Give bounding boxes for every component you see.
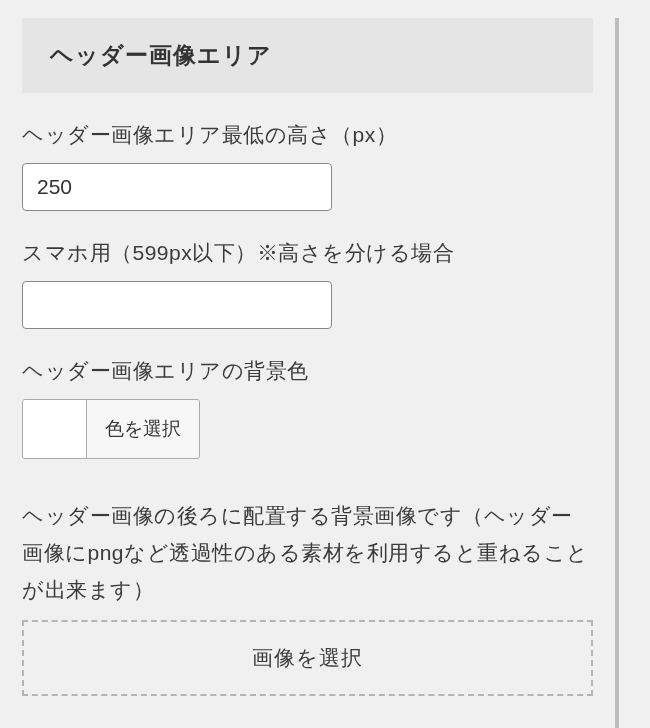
mobile-height-label: スマホ用（599px以下）※高さを分ける場合 xyxy=(22,239,593,267)
color-picker[interactable]: 色を選択 xyxy=(22,399,200,459)
image-select-button[interactable]: 画像を選択 xyxy=(22,620,593,696)
color-swatch[interactable] xyxy=(23,400,87,458)
section-content: ヘッダー画像エリア最低の高さ（px） スマホ用（599px以下）※高さを分ける場… xyxy=(0,93,615,696)
min-height-input[interactable] xyxy=(22,163,332,211)
min-height-label: ヘッダー画像エリア最低の高さ（px） xyxy=(22,121,593,149)
bg-color-label: ヘッダー画像エリアの背景色 xyxy=(22,357,593,385)
bg-image-description: ヘッダー画像の後ろに配置する背景画像です（ヘッダー画像にpngなど透過性のある素… xyxy=(22,498,593,608)
settings-panel: ヘッダー画像エリア ヘッダー画像エリア最低の高さ（px） スマホ用（599px以… xyxy=(0,18,619,728)
section-title: ヘッダー画像エリア xyxy=(50,42,272,68)
mobile-height-input[interactable] xyxy=(22,281,332,329)
section-header: ヘッダー画像エリア xyxy=(22,18,593,93)
color-select-button[interactable]: 色を選択 xyxy=(87,400,199,458)
field-min-height: ヘッダー画像エリア最低の高さ（px） xyxy=(22,121,593,211)
image-select-label: 画像を選択 xyxy=(252,644,363,672)
field-bg-color: ヘッダー画像エリアの背景色 色を選択 xyxy=(22,357,593,462)
field-bg-image: ヘッダー画像の後ろに配置する背景画像です（ヘッダー画像にpngなど透過性のある素… xyxy=(22,498,593,696)
field-mobile-height: スマホ用（599px以下）※高さを分ける場合 xyxy=(22,239,593,329)
